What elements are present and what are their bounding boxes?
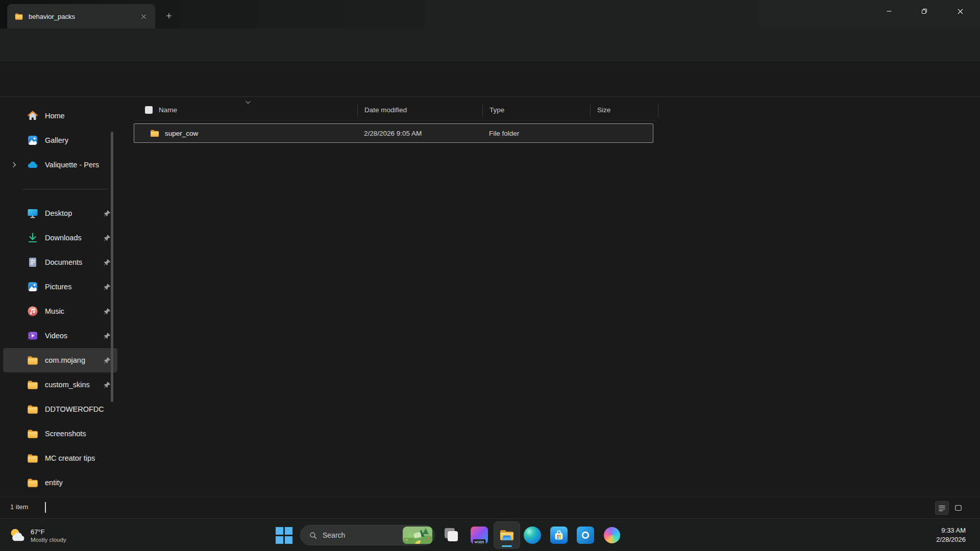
window-close-button[interactable] — [948, 0, 972, 22]
column-header-type[interactable]: Type — [482, 106, 590, 114]
explorer-tab[interactable]: behavior_packs — [7, 4, 155, 29]
sidebar-item-screenshots[interactable]: Screenshots — [3, 421, 117, 446]
command-bar: New Sort View Details — [0, 62, 980, 97]
details-view-toggle[interactable] — [935, 501, 949, 515]
folder-icon — [27, 452, 39, 464]
navigation-bar: … Users Shared games com.mojang behavior… — [0, 29, 980, 62]
weather-condition: Mostly cloudy — [31, 537, 66, 543]
sidebar-item-desktop[interactable]: Desktop — [3, 201, 117, 226]
active-app-indicator — [502, 545, 512, 547]
file-type-cell: File folder — [482, 130, 590, 137]
sidebar-item-com-mojang[interactable]: com.mojang — [3, 348, 117, 372]
sidebar-item-label: entity — [45, 479, 63, 487]
column-divider[interactable] — [590, 105, 591, 117]
search-highlight-image[interactable] — [403, 527, 432, 544]
weather-sun-cloud-icon — [8, 526, 27, 544]
taskbar: 67°F Mostly cloudy Search M365 — [0, 518, 980, 551]
task-view-button[interactable] — [441, 525, 461, 545]
sidebar-item-home[interactable]: Home — [3, 104, 117, 128]
column-divider[interactable] — [482, 105, 483, 117]
sidebar-item-documents[interactable]: Documents — [3, 250, 117, 274]
column-label: Date modified — [364, 106, 407, 114]
taskbar-clock[interactable]: 9:33 AM 2/28/2026 — [936, 526, 966, 544]
sidebar-item-mc-creator-tips[interactable]: MC creator tips — [3, 446, 117, 470]
chevron-right-icon[interactable] — [10, 161, 18, 169]
new-tab-button[interactable] — [162, 9, 176, 22]
sidebar-item-label: DDTOWEROFDC — [45, 405, 104, 413]
navigation-pane: Home Gallery Valiquette - Pers Desktop D… — [0, 97, 120, 496]
microsoft-store-app-button[interactable] — [549, 525, 569, 545]
sidebar-item-downloads[interactable]: Downloads — [3, 226, 117, 250]
file-date-cell: 2/28/2026 9:05 AM — [357, 130, 482, 137]
column-header-row: Name Date modified Type Size — [134, 99, 658, 121]
desktop-icon — [27, 207, 39, 219]
column-header-date-modified[interactable]: Date modified — [357, 106, 482, 114]
close-icon — [140, 13, 148, 20]
select-all-checkbox[interactable] — [145, 106, 153, 114]
file-name: super_cow — [165, 130, 198, 137]
sidebar-item-music[interactable]: Music — [3, 299, 117, 323]
taskbar-search-box[interactable]: Search — [300, 525, 435, 545]
sidebar-item-label: Home — [45, 112, 65, 120]
file-row-super-cow[interactable]: super_cow 2/28/2026 9:05 AM File folder — [134, 123, 653, 143]
column-label: Size — [597, 106, 610, 114]
column-divider[interactable] — [357, 105, 358, 117]
outlook-app-button[interactable] — [575, 525, 596, 545]
status-bar: 1 item — [0, 496, 980, 518]
home-icon — [27, 110, 39, 122]
minimize-button[interactable] — [877, 0, 901, 22]
sidebar-item-onedrive[interactable]: Valiquette - Pers — [3, 153, 117, 177]
documents-icon — [27, 256, 39, 268]
m365-copilot-icon: M365 — [471, 527, 488, 544]
large-icons-view-toggle[interactable] — [951, 501, 965, 515]
thumbnail-view-icon — [954, 504, 963, 512]
column-header-size[interactable]: Size — [590, 106, 658, 114]
m365-badge: M365 — [473, 539, 486, 545]
sidebar-scrollbar[interactable] — [111, 132, 113, 402]
sidebar-item-label: custom_skins — [45, 381, 90, 389]
folder-icon — [27, 477, 39, 489]
sidebar-item-ddtowerofdc[interactable]: DDTOWEROFDC — [3, 397, 117, 421]
sidebar-item-pictures[interactable]: Pictures — [3, 274, 117, 299]
file-explorer-app-button[interactable] — [494, 521, 520, 549]
sidebar-item-gallery[interactable]: Gallery — [3, 128, 117, 153]
taskbar-search-label: Search — [323, 531, 403, 539]
sidebar-divider — [22, 189, 108, 189]
sidebar-item-label: com.mojang — [45, 356, 85, 364]
m365-copilot-app-button[interactable]: M365 — [469, 525, 489, 545]
pin-icon — [103, 356, 111, 365]
store-bag-icon — [552, 529, 566, 542]
title-bar: behavior_packs — [0, 0, 980, 29]
edge-icon — [524, 527, 541, 544]
sidebar-item-label: Desktop — [45, 209, 72, 217]
folder-icon — [27, 379, 39, 391]
sidebar-item-label: Screenshots — [45, 430, 86, 438]
edge-app-button[interactable] — [522, 525, 543, 545]
sidebar-item-label: Valiquette - Pers — [45, 161, 99, 169]
weather-widget[interactable]: 67°F Mostly cloudy — [5, 519, 69, 551]
item-count: 1 item — [10, 503, 28, 511]
sidebar-item-label: Videos — [45, 332, 67, 340]
start-button[interactable] — [274, 525, 294, 545]
copilot-app-button[interactable] — [602, 525, 622, 545]
sidebar-item-label: Pictures — [45, 283, 71, 291]
microsoft-store-icon — [550, 527, 568, 544]
onedrive-cloud-icon — [27, 159, 39, 171]
pin-icon — [103, 332, 111, 340]
clock-time: 9:33 AM — [936, 526, 966, 535]
column-divider[interactable] — [658, 105, 658, 117]
search-icon — [309, 531, 317, 540]
music-icon — [27, 305, 39, 317]
pin-icon — [103, 258, 111, 267]
tab-close-button[interactable] — [137, 10, 150, 23]
sidebar-item-videos[interactable]: Videos — [3, 323, 117, 348]
sidebar-item-entity[interactable]: entity — [3, 470, 117, 495]
restore-icon — [920, 7, 929, 16]
column-header-name[interactable]: Name — [134, 106, 357, 114]
sidebar-item-custom-skins[interactable]: custom_skins — [3, 372, 117, 397]
restore-button[interactable] — [913, 0, 936, 22]
folder-icon — [27, 428, 39, 440]
pin-icon — [103, 381, 111, 389]
column-label: Name — [159, 106, 177, 114]
sidebar-item-label: MC creator tips — [45, 454, 95, 462]
